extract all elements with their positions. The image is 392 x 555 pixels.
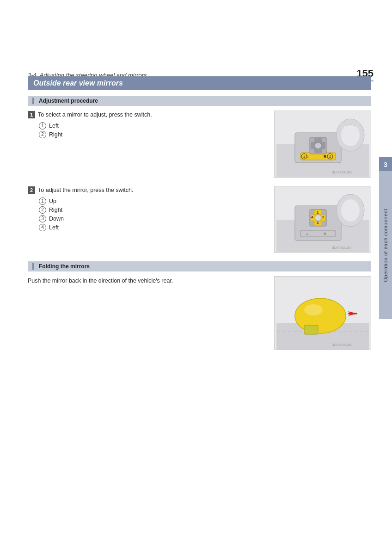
header-bar-2: [32, 263, 34, 270]
svg-text:4: 4: [311, 215, 313, 219]
folding-diagram: SLY34BAU05: [274, 276, 371, 350]
svg-rect-30: [300, 230, 336, 237]
section-title: Outside rear view mirrors: [28, 76, 371, 90]
item-num: 1: [39, 197, 46, 205]
main-content: Outside rear view mirrors Adjustment pro…: [28, 76, 371, 358]
svg-point-38: [295, 298, 346, 333]
item-label: Right: [49, 131, 62, 138]
step-1-line: 1 To select a mirror to adjust, press th…: [28, 111, 266, 119]
svg-text:L: L: [306, 232, 309, 236]
step-1-block: 1 To select a mirror to adjust, press th…: [28, 111, 371, 178]
item-num: 3: [39, 215, 46, 222]
list-item: 1 Left: [39, 122, 266, 130]
item-label: Left: [49, 123, 59, 129]
svg-text:SLY34BAU05: SLY34BAU05: [332, 343, 352, 346]
folding-image: SLY34BAU05: [274, 276, 371, 350]
step-1-image: L R 1 2: [274, 111, 371, 178]
sidebar-label: Operation of each component: [383, 209, 388, 282]
svg-text:R: R: [324, 232, 326, 236]
step-2-svg: 1 2 3 4 L R SLY34BAU04: [276, 187, 369, 252]
step-2-diagram: 1 2 3 4 L R SLY34BAU04: [274, 186, 371, 253]
svg-point-13: [315, 142, 321, 149]
svg-text:R: R: [324, 154, 327, 159]
svg-text:2: 2: [329, 155, 331, 158]
header-bar: [32, 98, 34, 104]
step-1-svg: L R 1 2: [276, 112, 369, 177]
folding-svg: SLY34BAU05: [276, 277, 369, 350]
list-item: 2 Right: [39, 206, 266, 214]
step-2-image: 1 2 3 4 L R SLY34BAU04: [274, 186, 371, 253]
item-num: 2: [39, 131, 46, 138]
folding-text-col: Push the mirror back in the direction of…: [28, 276, 270, 285]
svg-text:1: 1: [317, 210, 319, 215]
subsection-adjustment-label: Adjustment procedure: [39, 98, 98, 104]
sidebar-tab: Operation of each component: [379, 171, 392, 319]
step-1-text-col: 1 To select a mirror to adjust, press th…: [28, 111, 270, 140]
step-2-description: To adjust the mirror, press the switch.: [38, 186, 133, 195]
item-label: Up: [49, 198, 56, 204]
svg-text:1: 1: [303, 155, 305, 158]
step-2-num: 2: [28, 186, 35, 194]
list-item: 1 Up: [39, 197, 266, 205]
item-num: 2: [39, 206, 46, 214]
svg-text:SLY34BAU03: SLY34BAU03: [332, 171, 352, 174]
item-num: 4: [39, 224, 46, 231]
step-2-line: 2 To adjust the mirror, press the switch…: [28, 186, 266, 195]
svg-rect-39: [304, 325, 318, 334]
svg-point-34: [341, 199, 360, 222]
list-item: 3 Down: [39, 215, 266, 222]
page-container: 3-4. Adjusting the steering wheel and mi…: [0, 0, 392, 555]
step-1-num: 1: [28, 111, 35, 118]
item-label: Left: [49, 224, 59, 231]
step-1-list: 1 Left 2 Right: [39, 122, 266, 138]
step-2-text-col: 2 To adjust the mirror, press the switch…: [28, 186, 270, 233]
step-1-diagram: L R 1 2: [274, 111, 371, 178]
subsection-folding: Folding the mirrors: [28, 261, 371, 271]
list-item: 4 Left: [39, 224, 266, 231]
svg-text:3: 3: [317, 221, 319, 225]
folding-description: Push the mirror back in the direction of…: [28, 276, 266, 285]
svg-text:2: 2: [322, 215, 325, 219]
subsection-folding-label: Folding the mirrors: [39, 263, 90, 270]
step-1-description: To select a mirror to adjust, press the …: [38, 111, 152, 119]
subsection-adjustment: Adjustment procedure: [28, 96, 371, 106]
folding-block: Push the mirror back in the direction of…: [28, 276, 371, 350]
item-num: 1: [39, 122, 46, 130]
svg-point-25: [315, 215, 321, 221]
svg-text:SLY34BAU04: SLY34BAU04: [332, 246, 352, 249]
list-item: 2 Right: [39, 131, 266, 138]
svg-point-15: [341, 124, 360, 146]
sidebar-number: 3: [379, 157, 392, 172]
step-2-block: 2 To adjust the mirror, press the switch…: [28, 186, 371, 253]
svg-point-43: [304, 304, 323, 315]
item-label: Down: [49, 216, 64, 222]
step-2-list: 1 Up 2 Right 3 Down 4 Left: [39, 197, 266, 231]
item-label: Right: [49, 207, 62, 213]
